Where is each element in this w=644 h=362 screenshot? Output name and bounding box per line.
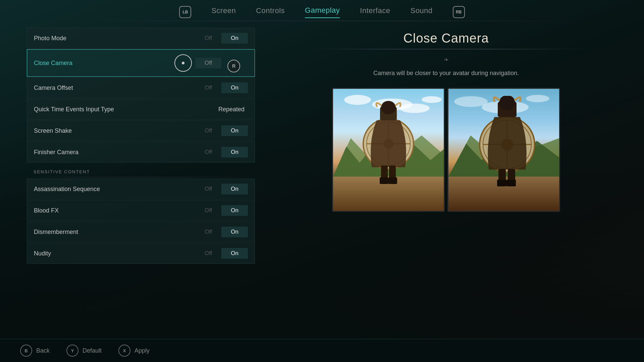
svg-rect-25 bbox=[506, 180, 516, 186]
section-divider bbox=[27, 177, 255, 177]
setting-screen-shake[interactable]: Screen Shake Off On bbox=[27, 120, 255, 141]
sensitive-content-header: SENSITIVE CONTENT bbox=[27, 163, 255, 177]
default-action[interactable]: Y Default bbox=[66, 345, 102, 357]
setting-label-camera-offset: Camera Offset bbox=[34, 84, 195, 92]
toggle-blood-fx[interactable]: Off On bbox=[195, 205, 248, 216]
toggle-screen-shake[interactable]: Off On bbox=[195, 125, 248, 136]
toggle-assassination[interactable]: Off On bbox=[195, 184, 248, 194]
setting-finisher-camera[interactable]: Finisher Camera Off On bbox=[27, 142, 255, 163]
tab-gameplay[interactable]: Gameplay bbox=[305, 6, 340, 18]
setting-label-close-camera: Close Camera bbox=[34, 60, 174, 67]
toggle-on-screen-shake[interactable]: On bbox=[221, 125, 248, 136]
r-button-indicator: R bbox=[227, 60, 240, 72]
preview-image-right bbox=[447, 88, 560, 212]
toggle-on-photo-mode[interactable]: On bbox=[221, 33, 248, 44]
back-label: Back bbox=[36, 347, 50, 354]
toggle-on-camera-offset[interactable]: On bbox=[221, 82, 248, 93]
toggle-on-nudity[interactable]: On bbox=[221, 248, 248, 259]
default-label: Default bbox=[83, 347, 102, 354]
setting-label-nudity: Nudity bbox=[34, 250, 195, 257]
setting-label-assassination: Assassination Sequence bbox=[34, 186, 195, 193]
tab-screen[interactable]: Screen bbox=[211, 6, 236, 18]
toggle-off-close-camera[interactable]: Off bbox=[195, 58, 221, 68]
setting-photo-mode[interactable]: Photo Mode Off On bbox=[27, 28, 255, 49]
svg-point-21 bbox=[499, 96, 515, 110]
close-camera-slider[interactable] bbox=[174, 54, 192, 72]
toggle-off-blood-fx[interactable]: Off bbox=[195, 205, 221, 216]
apply-label: Apply bbox=[135, 347, 150, 354]
setting-label-dismemberment: Dismemberment bbox=[34, 229, 195, 236]
lb-bumper[interactable]: LB bbox=[179, 6, 191, 18]
toggle-off-dismemberment[interactable]: Off bbox=[195, 227, 221, 237]
toggle-photo-mode[interactable]: Off On bbox=[195, 33, 248, 44]
toggle-dismemberment[interactable]: Off On bbox=[195, 227, 248, 237]
svg-rect-24 bbox=[497, 180, 506, 186]
setting-blood-fx[interactable]: Blood FX Off On bbox=[27, 200, 255, 221]
scene-left bbox=[333, 89, 444, 211]
toggle-off-finisher-camera[interactable]: Off bbox=[195, 147, 221, 158]
top-navigation: LB Screen Controls Gameplay Interface So… bbox=[0, 0, 644, 18]
tab-controls[interactable]: Controls bbox=[256, 6, 285, 18]
tab-sound[interactable]: Sound bbox=[410, 6, 432, 18]
setting-assassination[interactable]: Assassination Sequence Off On bbox=[27, 179, 255, 199]
tab-interface[interactable]: Interface bbox=[360, 6, 390, 18]
setting-label-blood-fx: Blood FX bbox=[34, 207, 195, 214]
preview-images-container bbox=[332, 88, 560, 212]
apply-button[interactable]: X bbox=[118, 345, 130, 357]
toggle-off-assassination[interactable]: Off bbox=[195, 184, 221, 194]
svg-rect-11 bbox=[380, 177, 388, 184]
setting-qte[interactable]: Quick Time Events Input Type Repeated bbox=[27, 99, 255, 120]
setting-close-camera[interactable]: Close Camera Off On bbox=[27, 49, 255, 77]
toggle-on-assassination[interactable]: On bbox=[221, 184, 248, 194]
slider-dot bbox=[182, 62, 184, 64]
setting-camera-offset[interactable]: Camera Offset Off On bbox=[27, 77, 255, 98]
detail-description: Camera will be closer to your avatar dur… bbox=[373, 69, 519, 78]
setting-label-photo-mode: Photo Mode bbox=[34, 35, 195, 42]
toggle-nudity[interactable]: Off On bbox=[195, 248, 248, 259]
back-action[interactable]: B Back bbox=[20, 345, 50, 357]
toggle-off-camera-offset[interactable]: Off bbox=[195, 82, 221, 93]
settings-panel: Photo Mode Off On Close Camera Off On bbox=[27, 28, 255, 332]
default-button[interactable]: Y bbox=[66, 345, 78, 357]
apply-action[interactable]: X Apply bbox=[118, 345, 150, 357]
setting-nudity[interactable]: Nudity Off On bbox=[27, 243, 255, 264]
toggle-off-screen-shake[interactable]: Off bbox=[195, 125, 221, 136]
scene-right bbox=[448, 89, 559, 211]
setting-label-qte: Quick Time Events Input Type bbox=[34, 106, 218, 113]
toggle-camera-offset[interactable]: Off On bbox=[195, 82, 248, 93]
setting-label-finisher-camera: Finisher Camera bbox=[34, 149, 195, 156]
detail-title: Close Camera bbox=[404, 31, 489, 46]
toggle-off-photo-mode[interactable]: Off bbox=[195, 33, 221, 44]
detail-panel: Close Camera ❧ Camera will be closer to … bbox=[268, 28, 624, 332]
detail-title-divider bbox=[304, 49, 588, 49]
main-layout: Photo Mode Off On Close Camera Off On bbox=[0, 21, 644, 339]
bottom-bar: B Back Y Default X Apply bbox=[0, 339, 644, 362]
toggle-on-dismemberment[interactable]: On bbox=[221, 227, 248, 237]
qte-value: Repeated bbox=[218, 106, 248, 113]
toggle-on-finisher-camera[interactable]: On bbox=[221, 147, 248, 158]
svg-rect-12 bbox=[388, 177, 397, 184]
toggle-finisher-camera[interactable]: Off On bbox=[195, 147, 248, 158]
setting-dismemberment[interactable]: Dismemberment Off On bbox=[27, 222, 255, 242]
viking-character-left bbox=[358, 100, 419, 184]
svg-point-8 bbox=[381, 101, 396, 114]
toggle-off-nudity[interactable]: Off bbox=[195, 248, 221, 259]
setting-label-screen-shake: Screen Shake bbox=[34, 127, 195, 134]
toggle-on-blood-fx[interactable]: On bbox=[221, 205, 248, 216]
back-button[interactable]: B bbox=[20, 345, 32, 357]
viking-character-right bbox=[474, 96, 541, 186]
preview-image-left bbox=[332, 88, 445, 212]
detail-ornament: ❧ bbox=[444, 56, 449, 63]
rb-bumper[interactable]: RB bbox=[453, 6, 465, 18]
settings-scroll-area: Photo Mode Off On Close Camera Off On bbox=[27, 28, 255, 264]
